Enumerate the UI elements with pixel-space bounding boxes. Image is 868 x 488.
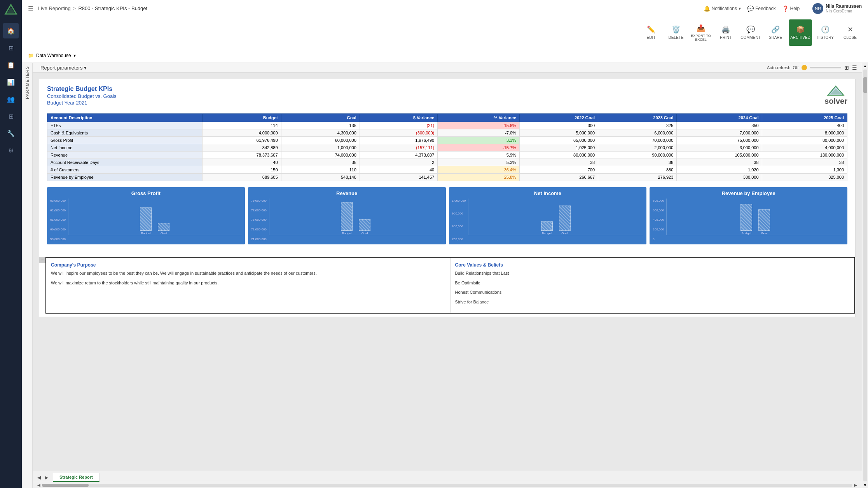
core-values: Core Values & Beliefs Build Relationship… (451, 258, 855, 313)
report-toolbar: ✏️ EDIT 🗑️ DELETE 📤 EXPORT TO EXCEL 🖨️ P… (22, 17, 868, 48)
col-account: Account Description (47, 114, 203, 122)
sidebar-item-users[interactable]: 👥 (3, 91, 19, 107)
core-values-title: Core Values & Beliefs (455, 262, 850, 268)
user-menu[interactable]: NR Nils Rasmussen Nils CorpDemo (812, 3, 862, 14)
sidebar-item-charts[interactable]: 📊 (3, 74, 19, 90)
sidebar-item-home[interactable]: 🏠 (3, 23, 19, 38)
menu-icon[interactable]: ☰ (28, 5, 33, 12)
core-value-item: Be Optimistic (455, 280, 850, 286)
folder-selector[interactable]: 📁 Data Warehouse ▾ (28, 53, 76, 58)
notifications-button[interactable]: 🔔 Notifications ▾ (704, 5, 741, 12)
close-icon: ✕ (847, 25, 853, 34)
core-value-item: Strive for Balance (455, 299, 850, 305)
comment-button[interactable]: 💬 COMMENT (739, 19, 762, 46)
user-name: Nils Rasmussen (826, 3, 862, 9)
params-button[interactable]: Report parameters ▾ (40, 65, 87, 71)
feedback-button[interactable]: 💬 Feedback (747, 5, 776, 12)
scroll-right-button[interactable]: ▶ (852, 483, 859, 487)
report-content: Strategic Budget KPIs Consolidated Budge… (33, 73, 862, 471)
table-row: Revenue (47, 152, 203, 159)
vertical-scroll-track[interactable] (863, 70, 867, 481)
print-button[interactable]: 🖨️ PRINT (714, 19, 737, 46)
scroll-track[interactable] (42, 484, 852, 487)
sidebar-logo[interactable] (4, 3, 18, 18)
print-icon: 🖨️ (721, 25, 730, 34)
folder-label: Data Warehouse (36, 53, 71, 58)
col-var-pct: % Variance (438, 114, 520, 122)
sidebar-item-settings[interactable]: ⚙ (3, 143, 19, 158)
tab-bar: ◀ ▶ Strategic Report (33, 471, 862, 482)
bottom-section: Company's Purpose We will inspire our em… (45, 257, 855, 314)
auto-refresh-toggle[interactable] (802, 65, 807, 70)
breadcrumb-separator: > (73, 5, 76, 11)
table-row: # of Customers (47, 166, 203, 174)
scroll-left-button[interactable]: ◀ (36, 483, 42, 487)
user-avatar: NR (812, 3, 823, 14)
chart-title: Revenue by Employee (653, 190, 844, 196)
charts-row: Gross Profit 63,000,00062,000,00061,000,… (47, 187, 847, 244)
report-card: Strategic Budget KPIs Consolidated Budge… (39, 79, 856, 317)
company-purpose-title: Company's Purpose (51, 262, 445, 268)
vertical-scrollbar: ▲ ▼ (862, 63, 868, 488)
parameters-label[interactable]: Parameters (25, 66, 30, 99)
core-value-item: Build Relationships that Last (455, 270, 850, 277)
breadcrumb: Live Reporting > R800 - Strategic KPIs -… (38, 5, 147, 11)
col-var-dollar: $ Variance (360, 114, 437, 122)
list-view-icon[interactable]: ☰ (852, 64, 857, 71)
grid-view-icon[interactable]: ⊞ (844, 64, 849, 71)
tabs-container: Strategic Report (53, 473, 100, 482)
tab-0[interactable]: Strategic Report (53, 473, 100, 482)
archived-button[interactable]: 📦 ARCHIVED (789, 19, 812, 46)
breadcrumb-current: R800 - Strategic KPIs - Budget (78, 5, 147, 11)
edit-button[interactable]: ✏️ EDIT (639, 19, 663, 46)
core-value-item: Honest Communications (455, 289, 850, 296)
report-titles: Strategic Budget KPIs Consolidated Budge… (47, 85, 117, 110)
kpi-table: Account Description Budget Goal $ Varian… (47, 113, 847, 181)
tab-next-button[interactable]: ▶ (43, 474, 50, 481)
folder-dropdown-icon: ▾ (73, 53, 76, 58)
history-icon: 🕐 (821, 25, 830, 34)
parameters-panel: Parameters (22, 63, 33, 488)
help-icon: ❓ (782, 5, 789, 12)
tab-nav-arrows: ◀ ▶ (36, 474, 50, 481)
topbar-divider (806, 5, 806, 12)
chart-title: Revenue (251, 190, 443, 196)
collapse-button[interactable]: − (39, 257, 45, 263)
col-2022: 2022 Goal (519, 114, 598, 122)
sidebar: 🏠 ⊞ 📋 📊 👥 ⊞ 🔧 ⚙ (0, 0, 22, 488)
sidebar-item-tools[interactable]: 🔧 (3, 125, 19, 141)
company-purpose: Company's Purpose We will inspire our em… (46, 258, 451, 313)
sidebar-item-dashboard[interactable]: ⊞ (3, 40, 19, 56)
help-button[interactable]: ❓ Help (782, 5, 800, 12)
chart-card-0: Gross Profit 63,000,00062,000,00061,000,… (47, 187, 245, 244)
share-button[interactable]: 🔗 SHARE (764, 19, 787, 46)
export-icon: 📤 (697, 24, 705, 32)
delete-button[interactable]: 🗑️ DELETE (664, 19, 688, 46)
sidebar-item-reports[interactable]: 📋 (3, 57, 19, 73)
topbar-actions: 🔔 Notifications ▾ 💬 Feedback ❓ Help NR N… (704, 3, 862, 14)
breadcrumb-parent[interactable]: Live Reporting (38, 5, 71, 11)
export-button[interactable]: 📤 EXPORT TO EXCEL (689, 19, 713, 46)
history-button[interactable]: 🕐 HISTORY (814, 19, 837, 46)
table-row: Gross Profit (47, 137, 203, 144)
col-2023: 2023 Goal (598, 114, 677, 122)
report-controls: Report parameters ▾ Auto-refresh: Off ⊞ … (33, 63, 862, 73)
refresh-slider[interactable] (810, 67, 841, 68)
col-2024: 2024 Goal (677, 114, 762, 122)
params-label-text: Report parameters (40, 65, 82, 71)
scroll-up-button[interactable]: ▲ (863, 63, 868, 69)
scroll-down-button[interactable]: ▼ (863, 482, 868, 488)
edit-icon: ✏️ (647, 25, 655, 34)
comment-icon: 💬 (746, 25, 755, 34)
tab-prev-button[interactable]: ◀ (36, 474, 42, 481)
table-row: FTEs (47, 122, 203, 129)
sidebar-item-grid[interactable]: ⊞ (3, 108, 19, 124)
close-button[interactable]: ✕ CLOSE (838, 19, 862, 46)
scroll-area: ◀ ▶ (33, 482, 862, 488)
user-sub: Nils CorpDemo (826, 9, 862, 13)
report-area: Report parameters ▾ Auto-refresh: Off ⊞ … (33, 63, 862, 488)
bell-icon: 🔔 (704, 5, 710, 12)
sub-header: 📁 Data Warehouse ▾ (22, 48, 868, 63)
col-2025: 2025 Goal (762, 114, 847, 122)
company-purpose-text2: We will maximize return to the stockhold… (51, 280, 445, 286)
